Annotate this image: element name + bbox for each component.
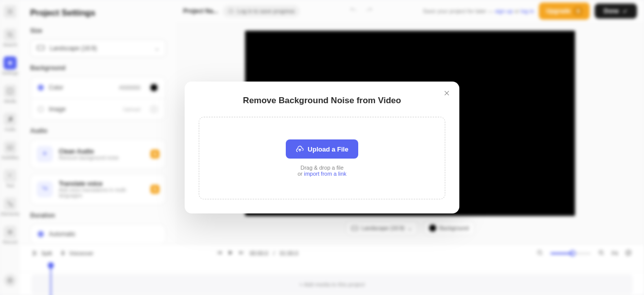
upload-modal: Remove Background Noise from Video Uploa… [185, 82, 459, 213]
close-button[interactable] [443, 90, 450, 98]
drag-drop-text: Drag & drop a file [300, 165, 344, 171]
modal-title: Remove Background Noise from Video [199, 96, 445, 106]
cloud-upload-icon [296, 145, 304, 153]
upload-btn-label: Upload a File [308, 145, 349, 153]
import-link[interactable]: import from a link [304, 171, 346, 177]
modal-overlay: Remove Background Noise from Video Uploa… [0, 0, 644, 295]
dropzone[interactable]: Upload a File Drag & drop a file or impo… [199, 117, 445, 199]
close-icon [443, 90, 450, 97]
upload-file-button[interactable]: Upload a File [286, 139, 359, 159]
import-text: or import from a link [297, 171, 346, 177]
